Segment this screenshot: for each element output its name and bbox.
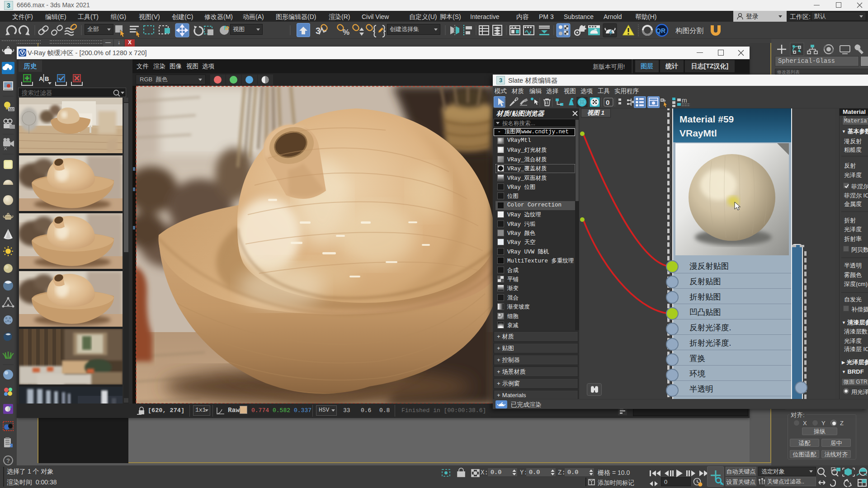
svg-text:构图分割: 构图分割 (675, 27, 703, 34)
svg-text:?: ? (6, 457, 10, 464)
svg-text:A: A (39, 75, 43, 82)
svg-text:3: 3 (316, 26, 321, 36)
svg-text:m: m (682, 97, 687, 104)
svg-text:B: B (45, 75, 49, 82)
svg-text:%: % (343, 28, 349, 37)
svg-text:QR: QR (656, 27, 665, 34)
svg-text:0: 0 (606, 99, 609, 106)
